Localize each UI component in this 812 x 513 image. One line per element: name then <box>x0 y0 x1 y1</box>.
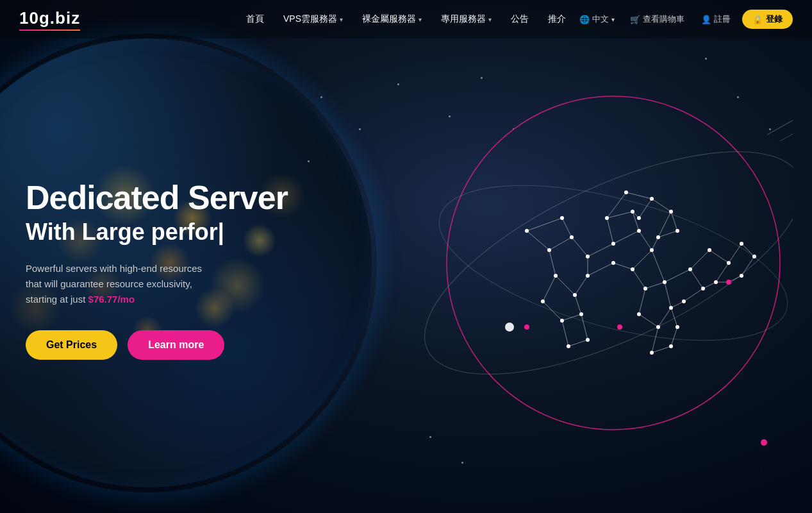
svg-line-36 <box>652 346 671 353</box>
cart-button[interactable]: 🛒 查看購物車 <box>625 11 690 28</box>
svg-point-1 <box>408 106 793 419</box>
svg-line-57 <box>671 212 677 231</box>
svg-point-72 <box>567 344 570 348</box>
svg-point-69 <box>541 299 545 303</box>
svg-line-56 <box>652 199 671 212</box>
svg-point-97 <box>740 274 743 278</box>
space-dot <box>308 160 310 162</box>
login-button[interactable]: 🔒 登錄 <box>742 10 793 29</box>
svg-point-99 <box>650 197 654 201</box>
chevron-down-icon: ▾ <box>611 16 615 23</box>
nav-utilities: 🌐 中文 ▾ 🛒 查看購物車 👤 註冊 🔒 登錄 <box>574 10 793 29</box>
nav-item-vps[interactable]: VPS雲服務器 ▾ <box>283 13 343 25</box>
nav-item-announcements[interactable]: 公告 <box>511 13 529 25</box>
get-prices-button[interactable]: Get Prices <box>26 330 117 360</box>
svg-line-24 <box>588 263 613 276</box>
svg-point-93 <box>727 261 731 265</box>
svg-point-79 <box>650 248 654 252</box>
svg-point-84 <box>669 306 673 310</box>
svg-point-95 <box>740 242 743 246</box>
svg-line-15 <box>575 295 581 314</box>
cart-icon: 🛒 <box>630 15 640 24</box>
svg-line-39 <box>665 269 690 282</box>
svg-line-35 <box>652 327 658 353</box>
svg-line-47 <box>729 244 742 263</box>
svg-point-85 <box>650 351 654 355</box>
svg-point-98 <box>624 190 628 194</box>
svg-point-89 <box>688 267 692 271</box>
svg-line-22 <box>633 250 652 269</box>
nav-item-home[interactable]: 首頁 <box>246 13 264 25</box>
svg-point-91 <box>682 299 686 303</box>
svg-line-41 <box>684 289 703 301</box>
svg-line-31 <box>639 289 645 314</box>
nav-item-bare-metal[interactable]: 裸金屬服務器 ▾ <box>362 13 422 25</box>
svg-line-37 <box>671 327 677 346</box>
svg-line-54 <box>639 199 652 218</box>
hero-buttons: Get Prices Learn more <box>26 330 288 360</box>
hero-title: Dedicated Server <box>26 180 288 216</box>
hero-section: Dedicated Server With Large perfor| Powe… <box>26 180 288 360</box>
svg-line-30 <box>652 250 665 282</box>
svg-point-62 <box>547 248 551 252</box>
register-button[interactable]: 👤 註冊 <box>695 11 737 28</box>
svg-point-64 <box>560 216 564 220</box>
svg-point-63 <box>570 235 574 239</box>
svg-line-25 <box>607 218 613 244</box>
svg-line-53 <box>626 192 652 199</box>
svg-point-104 <box>524 324 529 330</box>
chevron-down-icon: ▾ <box>488 16 492 23</box>
svg-line-40 <box>690 269 703 289</box>
svg-line-42 <box>671 301 684 308</box>
hero-description: Powerful servers with high-end resources… <box>26 261 269 307</box>
language-selector[interactable]: 🌐 中文 ▾ <box>574 11 620 28</box>
svg-point-100 <box>637 216 641 220</box>
svg-line-23 <box>613 263 633 269</box>
price-highlight: $76.77/mo <box>88 294 135 305</box>
svg-line-12 <box>543 276 556 301</box>
svg-point-107 <box>761 439 767 446</box>
lock-icon: 🔒 <box>752 15 763 24</box>
svg-line-44 <box>709 250 729 263</box>
svg-point-2 <box>424 155 793 371</box>
space-dot <box>359 128 361 130</box>
network-globe <box>408 51 793 468</box>
globe-icon: 🌐 <box>579 15 590 24</box>
svg-point-70 <box>560 319 564 323</box>
navbar: 10g.biz 首頁 VPS雲服務器 ▾ 裸金屬服務器 ▾ 專用服務器 ▾ 公告… <box>0 0 812 38</box>
svg-line-20 <box>613 231 639 244</box>
logo[interactable]: 10g.biz <box>19 8 80 31</box>
svg-line-33 <box>658 308 671 327</box>
svg-line-34 <box>665 282 671 308</box>
svg-line-108 <box>767 103 793 135</box>
svg-point-83 <box>656 325 660 329</box>
svg-line-6 <box>527 218 562 231</box>
svg-line-59 <box>652 237 658 250</box>
globe-node-highlight <box>505 323 514 332</box>
svg-line-13 <box>543 301 562 321</box>
main-navigation: 首頁 VPS雲服務器 ▾ 裸金屬服務器 ▾ 專用服務器 ▾ 公告 推介 <box>246 0 566 38</box>
svg-line-7 <box>549 250 556 276</box>
svg-line-21 <box>639 231 652 250</box>
svg-line-17 <box>568 340 588 346</box>
svg-line-48 <box>742 244 754 256</box>
svg-line-8 <box>572 237 588 256</box>
svg-line-28 <box>633 269 645 289</box>
nav-item-referral[interactable]: 推介 <box>548 13 566 25</box>
space-dot <box>397 83 399 85</box>
user-icon: 👤 <box>701 15 711 24</box>
space-dot <box>320 96 322 98</box>
nav-item-dedicated[interactable]: 專用服務器 ▾ <box>441 13 492 25</box>
svg-point-77 <box>631 210 634 214</box>
learn-more-button[interactable]: Learn more <box>128 330 224 360</box>
svg-point-106 <box>726 280 731 285</box>
svg-line-49 <box>742 256 754 276</box>
svg-line-16 <box>562 321 568 346</box>
svg-line-18 <box>581 314 588 340</box>
svg-line-10 <box>575 276 588 295</box>
svg-point-78 <box>637 229 641 233</box>
svg-point-101 <box>669 210 673 214</box>
svg-point-82 <box>637 312 641 316</box>
svg-point-74 <box>605 216 609 220</box>
svg-line-3 <box>527 231 549 250</box>
